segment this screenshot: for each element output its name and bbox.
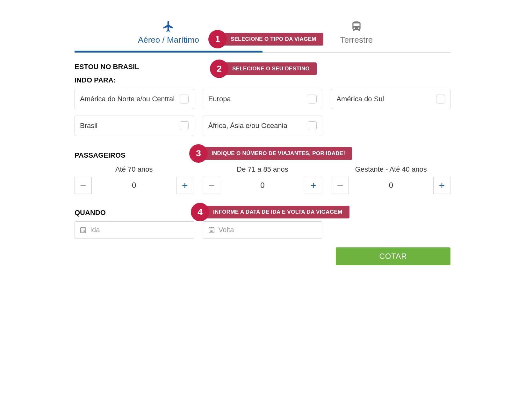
quantity-stepper: − 0 + xyxy=(332,177,450,194)
checkbox[interactable] xyxy=(180,95,189,103)
decrement-button[interactable]: − xyxy=(75,177,92,194)
passenger-group-label: Até 70 anos xyxy=(75,165,193,174)
checkbox[interactable] xyxy=(308,95,317,103)
step-number-badge: 2 xyxy=(210,60,228,78)
destination-grid: América do Norte e/ou Central Europa Amé… xyxy=(75,89,450,136)
bus-icon xyxy=(262,19,450,34)
decrement-button[interactable]: − xyxy=(203,177,220,194)
tab-underline xyxy=(75,51,450,53)
date-volta-input[interactable]: Volta xyxy=(203,221,322,238)
airplane-icon xyxy=(75,19,262,34)
tab-label: Terrestre xyxy=(262,35,450,45)
step-label: INFORME A DATA DE IDA E VOLTA DA VIGAGEM xyxy=(202,206,349,218)
step-number-badge: 1 xyxy=(208,30,227,48)
destination-option-america-sul[interactable]: América do Sul xyxy=(331,89,450,109)
calendar-icon xyxy=(208,226,215,234)
cotar-button[interactable]: COTAR xyxy=(336,247,450,265)
destination-option-brasil[interactable]: Brasil xyxy=(75,116,194,136)
quantity-stepper: − 0 + xyxy=(75,177,193,194)
destination-option-america-norte-central[interactable]: América do Norte e/ou Central xyxy=(75,89,194,109)
destination-label: Europa xyxy=(208,95,231,103)
trip-type-tabs: Aéreo / Marítimo Terrestre xyxy=(75,19,450,51)
passenger-group-ate-70: Até 70 anos − 0 + xyxy=(75,165,193,194)
passenger-group-label: Gestante - Até 40 anos xyxy=(332,165,450,174)
checkbox[interactable] xyxy=(180,121,189,130)
tab-aereo-maritimo[interactable]: Aéreo / Marítimo xyxy=(75,19,262,51)
passenger-count: 0 xyxy=(220,181,305,190)
passenger-group-71-85: De 71 a 85 anos − 0 + xyxy=(203,165,322,194)
quantity-stepper: − 0 + xyxy=(203,177,322,194)
step-number-badge: 4 xyxy=(191,203,209,221)
destination-label: África, Ásia e/ou Oceania xyxy=(208,121,287,130)
date-placeholder: Ida xyxy=(90,226,100,234)
passenger-count: 0 xyxy=(92,181,176,190)
step-label: INDIQUE O NÚMERO DE VIAJANTES, POR IDADE… xyxy=(201,147,352,160)
calendar-icon xyxy=(79,226,87,234)
tab-label: Aéreo / Marítimo xyxy=(75,35,262,45)
step-annotation-2: 2 SELECIONE O SEU DESTINO xyxy=(210,60,317,78)
date-placeholder: Volta xyxy=(219,226,234,234)
step-annotation-4: 4 INFORME A DATA DE IDA E VOLTA DA VIGAG… xyxy=(191,203,349,221)
destination-label: Brasil xyxy=(80,121,97,130)
decrement-button[interactable]: − xyxy=(332,177,349,194)
checkbox[interactable] xyxy=(308,121,317,130)
checkbox[interactable] xyxy=(436,95,445,103)
step-annotation-3: 3 INDIQUE O NÚMERO DE VIAJANTES, POR IDA… xyxy=(189,144,352,163)
date-ida-input[interactable]: Ida xyxy=(75,221,194,238)
destination-label: América do Sul xyxy=(336,95,384,103)
increment-button[interactable]: + xyxy=(433,177,450,194)
tab-terrestre[interactable]: Terrestre xyxy=(262,19,450,51)
passenger-group-label: De 71 a 85 anos xyxy=(203,165,322,174)
destination-option-africa-asia-oceania[interactable]: África, Ásia e/ou Oceania xyxy=(203,116,322,136)
step-number-badge: 3 xyxy=(189,144,208,163)
increment-button[interactable]: + xyxy=(305,177,322,194)
destination-option-europa[interactable]: Europa xyxy=(203,89,322,109)
increment-button[interactable]: + xyxy=(176,177,193,194)
destination-label: América do Norte e/ou Central xyxy=(80,95,175,103)
passenger-count: 0 xyxy=(349,181,433,190)
step-label: SELECIONE O SEU DESTINO xyxy=(221,62,317,75)
passenger-group-gestante: Gestante - Até 40 anos − 0 + xyxy=(332,165,450,194)
